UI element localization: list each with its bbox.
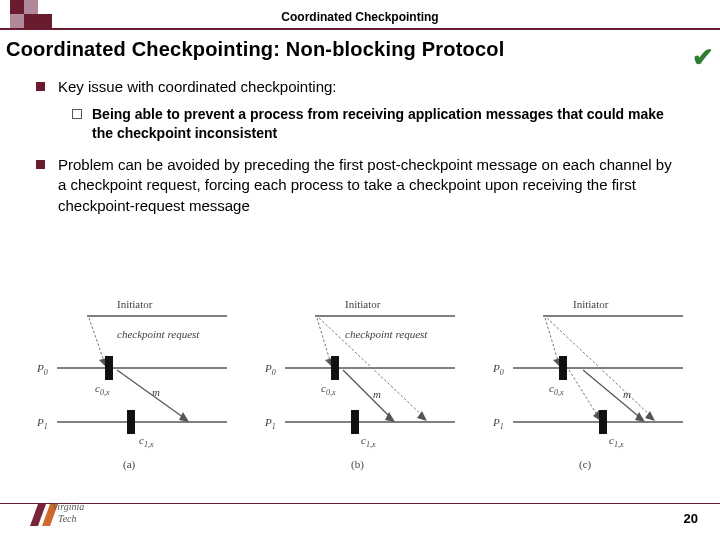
svg-rect-11 — [127, 410, 135, 434]
subbullet-prevent: Being able to prevent a process from rec… — [92, 105, 674, 143]
svg-rect-41 — [559, 356, 567, 380]
header-topic: Coordinated Checkpointing — [0, 0, 720, 24]
slide-title: Coordinated Checkpointing: Non-blocking … — [0, 30, 720, 67]
diagram-a: Initiator checkpoint request P0 P1 c0,x … — [27, 296, 237, 476]
footer: Virginia Tech 20 — [0, 492, 720, 532]
svg-text:c0,x: c0,x — [321, 382, 336, 397]
svg-text:Virginia: Virginia — [52, 501, 84, 512]
bullet-problem-avoided: Problem can be avoided by preceding the … — [58, 155, 674, 216]
svg-line-5 — [89, 318, 105, 364]
svg-text:c0,x: c0,x — [95, 382, 110, 397]
svg-text:c1,x: c1,x — [139, 434, 154, 449]
svg-line-43 — [569, 370, 599, 418]
svg-text:c1,x: c1,x — [609, 434, 624, 449]
fig-label-b: (b) — [351, 458, 364, 471]
svg-text:P0: P0 — [264, 362, 276, 377]
fig-label-a: (a) — [123, 458, 136, 471]
corner-logo — [0, 0, 70, 30]
footer-rule — [0, 503, 720, 504]
content-area: Key issue with coordinated checkpointing… — [0, 67, 720, 216]
svg-marker-10 — [179, 412, 189, 422]
diagram-c: Initiator P0 P1 c0,x m c1,x (c) — [483, 296, 693, 476]
svg-text:c1,x: c1,x — [361, 434, 376, 449]
svg-text:m: m — [373, 388, 381, 400]
fig-label-c: (c) — [579, 458, 592, 471]
svg-rect-24 — [331, 356, 339, 380]
label-checkpoint-request: checkpoint request — [117, 328, 200, 340]
page-number: 20 — [684, 511, 698, 526]
label-initiator: Initiator — [117, 298, 153, 310]
svg-rect-29 — [351, 410, 359, 434]
svg-text:Initiator: Initiator — [573, 298, 609, 310]
svg-line-27 — [343, 370, 393, 420]
svg-marker-47 — [635, 412, 645, 422]
svg-line-20 — [317, 318, 331, 364]
svg-text:P0: P0 — [492, 362, 504, 377]
diagram-row: Initiator checkpoint request P0 P1 c0,x … — [0, 296, 720, 476]
svg-rect-48 — [599, 410, 607, 434]
svg-text:P1: P1 — [264, 416, 276, 431]
bullet-key-issue: Key issue with coordinated checkpointing… — [58, 77, 674, 97]
svg-line-37 — [545, 318, 559, 364]
svg-text:m: m — [623, 388, 631, 400]
svg-text:P1: P1 — [36, 416, 48, 431]
svg-text:Tech: Tech — [58, 513, 77, 524]
virginia-tech-logo: Virginia Tech — [28, 496, 88, 530]
checkmark-icon: ✔ — [692, 42, 714, 73]
svg-line-46 — [583, 370, 643, 420]
svg-rect-7 — [105, 356, 113, 380]
svg-text:Initiator: Initiator — [345, 298, 381, 310]
svg-text:P0: P0 — [36, 362, 48, 377]
svg-text:P1: P1 — [492, 416, 504, 431]
svg-text:checkpoint request: checkpoint request — [345, 328, 428, 340]
diagram-b: Initiator checkpoint request P0 P1 c0,x … — [255, 296, 465, 476]
svg-text:c0,x: c0,x — [549, 382, 564, 397]
